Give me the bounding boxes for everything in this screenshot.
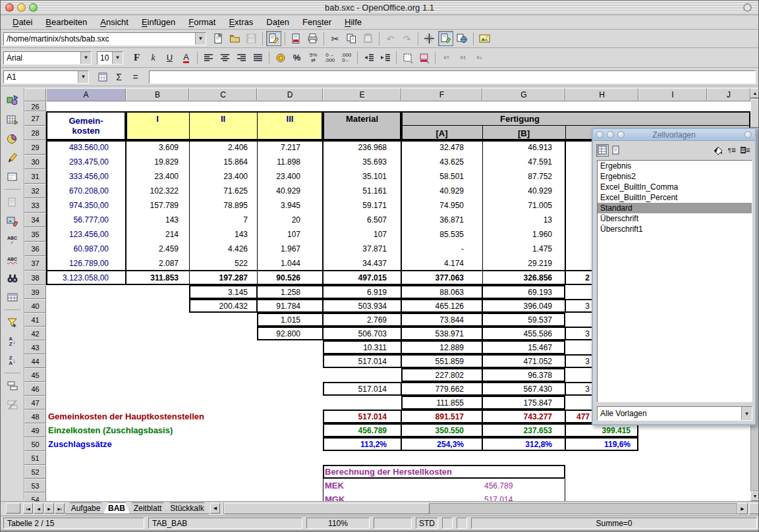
cell-C35[interactable]: 143 xyxy=(189,227,257,242)
style-item-excel_builtin_comma[interactable]: Excel_BuiltIn_Comma xyxy=(598,182,752,192)
menu-extras[interactable]: Extras xyxy=(222,16,260,28)
cell-G31[interactable]: 87.752 xyxy=(482,169,565,184)
row-header-36[interactable]: 36 xyxy=(24,242,46,256)
font-name-value[interactable]: Arial xyxy=(4,52,80,64)
cell-E46[interactable]: 517.014 xyxy=(323,382,401,396)
cell-G53[interactable]: 456.789 xyxy=(482,479,565,492)
cell-G40[interactable]: 396.049 xyxy=(482,299,565,313)
cell-G34[interactable]: 13 xyxy=(482,213,565,227)
cell-E37[interactable]: 34.437 xyxy=(323,256,401,271)
cell-A36[interactable]: 60.987,00 xyxy=(46,242,126,256)
scroll-down-icon[interactable]: ▼ xyxy=(750,491,759,501)
gallery-icon[interactable] xyxy=(477,31,492,46)
title-bar[interactable]: bab.sxc - OpenOffice.org 1.1 xyxy=(1,1,758,15)
cell-B33[interactable]: 157.789 xyxy=(126,198,189,213)
spellcheck-icon[interactable]: ABC✓ xyxy=(4,232,21,248)
cell-reference-box[interactable]: A1 ▼ xyxy=(3,70,89,84)
row-header-45[interactable]: 45 xyxy=(24,368,46,382)
hyperlink-icon[interactable] xyxy=(455,31,470,46)
row-header-54[interactable]: 54 xyxy=(24,492,46,501)
print-icon[interactable] xyxy=(305,31,320,46)
row-header-50[interactable]: 50 xyxy=(24,437,46,451)
cell-styles-icon[interactable] xyxy=(596,144,609,157)
cell-C34[interactable]: 7 xyxy=(189,213,257,227)
cell-G41[interactable]: 59.537 xyxy=(482,313,565,327)
cell-D38[interactable]: 90.526 xyxy=(257,271,323,285)
insert-object-icon[interactable] xyxy=(4,130,21,147)
cell-A37[interactable]: 126.789,00 xyxy=(46,256,126,271)
chevron-down-icon[interactable]: ▼ xyxy=(195,33,206,45)
page-styles-icon[interactable] xyxy=(610,144,623,157)
cell-B35[interactable]: 214 xyxy=(126,227,189,242)
cell-G39[interactable]: 69.193 xyxy=(482,285,565,299)
selection-mode-status[interactable]: STD xyxy=(416,518,438,529)
cell-F42[interactable]: 538.971 xyxy=(401,327,482,340)
cell-E40[interactable]: 503.934 xyxy=(323,299,401,313)
menu-ansicht[interactable]: Ansicht xyxy=(94,16,135,28)
zoom-status[interactable]: 110% xyxy=(306,518,370,529)
bold-icon[interactable]: F xyxy=(129,50,144,65)
cell-D37[interactable]: 1.044 xyxy=(257,256,323,271)
header-material[interactable]: Material xyxy=(323,111,401,126)
new-document-icon[interactable] xyxy=(211,31,226,46)
style-item-ergebnis2[interactable]: Ergebnis2 xyxy=(598,171,752,182)
row-header-44[interactable]: 44 xyxy=(24,354,46,368)
cell-E39[interactable]: 6.919 xyxy=(323,285,401,299)
window-menu-icon[interactable] xyxy=(743,3,752,12)
cell-D40[interactable]: 91.784 xyxy=(257,299,323,313)
cell-D31[interactable]: 23.400 xyxy=(257,169,323,184)
cell-reference-value[interactable]: A1 xyxy=(4,71,78,83)
cell-F41[interactable]: 73.844 xyxy=(401,313,482,327)
sheet-tab-aufgabe[interactable]: Aufgabe xyxy=(65,502,106,514)
cell-E35[interactable]: 107 xyxy=(323,227,401,242)
row-header-51[interactable]: 51 xyxy=(24,451,46,465)
copy-icon[interactable] xyxy=(344,31,359,46)
cell-F29[interactable]: 32.478 xyxy=(401,140,482,155)
cell-F38[interactable]: 377.063 xyxy=(401,271,482,285)
tab-splitter-handle[interactable] xyxy=(6,503,20,514)
row-header-47[interactable]: 47 xyxy=(24,396,46,410)
style-item-excel_builtin_percent[interactable]: Excel_BuiltIn_Percent xyxy=(598,192,752,203)
percent-format-icon[interactable]: % xyxy=(289,50,304,65)
row-header-46[interactable]: 46 xyxy=(24,382,46,396)
cell-C37[interactable]: 522 xyxy=(189,256,257,271)
sheet-nav-next-icon[interactable]: ▶ xyxy=(44,503,54,514)
chevron-down-icon[interactable]: ▼ xyxy=(112,52,123,64)
cell-E32[interactable]: 51.161 xyxy=(323,184,401,198)
row-header-48[interactable]: 48 xyxy=(24,410,46,423)
font-size-combo[interactable]: 10 ▼ xyxy=(97,51,123,65)
header-hilfsstelle-1[interactable]: I xyxy=(126,111,189,126)
cell-E34[interactable]: 6.507 xyxy=(323,213,401,227)
add-decimal-icon[interactable]: 0→.000 xyxy=(322,50,337,65)
cell-G47[interactable]: 175.847 xyxy=(482,396,565,410)
function-icon[interactable]: = xyxy=(128,69,143,84)
cell-E53[interactable]: MEK xyxy=(325,479,344,492)
cell-D30[interactable]: 11.898 xyxy=(257,155,323,169)
header-hilfsstelle-2[interactable]: II xyxy=(189,111,257,126)
sort-descending-icon[interactable]: ZA↓ xyxy=(4,352,21,369)
center-vertical-icon[interactable]: =↕ xyxy=(455,50,470,65)
cell-F30[interactable]: 43.625 xyxy=(401,155,482,169)
insert-icon[interactable] xyxy=(4,92,21,109)
row-header-52[interactable]: 52 xyxy=(24,465,46,479)
column-header-G[interactable]: G xyxy=(482,88,565,101)
cell-G48[interactable]: 743.277 xyxy=(482,410,565,423)
column-header-F[interactable]: F xyxy=(401,88,482,101)
cell-D33[interactable]: 3.945 xyxy=(257,198,323,213)
cell-E38[interactable]: 497.015 xyxy=(323,271,401,285)
autospellcheck-icon[interactable]: ABC xyxy=(4,251,21,267)
menu-einfgen[interactable]: Einfügen xyxy=(135,16,182,28)
column-header-E[interactable]: E xyxy=(323,88,401,101)
style-item-ergebnis[interactable]: Ergebnis xyxy=(598,161,752,171)
header-hilfsstelle-3[interactable]: III xyxy=(257,111,323,126)
menu-daten[interactable]: Daten xyxy=(260,16,296,28)
font-color-icon[interactable]: A xyxy=(179,50,194,65)
cell-E43[interactable]: 10.311 xyxy=(323,340,401,354)
cell-F49[interactable]: 350.550 xyxy=(401,423,482,437)
cell-E29[interactable]: 236.968 xyxy=(323,140,401,155)
cell-H49[interactable]: 399.415 xyxy=(565,423,638,437)
align-bottom-icon[interactable]: =↓ xyxy=(472,50,487,65)
style-item-überschrift1[interactable]: Überschrift1 xyxy=(598,224,752,234)
sheet-tab-bab[interactable]: BAB xyxy=(103,502,130,514)
cell-A34[interactable]: 56.777,00 xyxy=(46,213,126,227)
